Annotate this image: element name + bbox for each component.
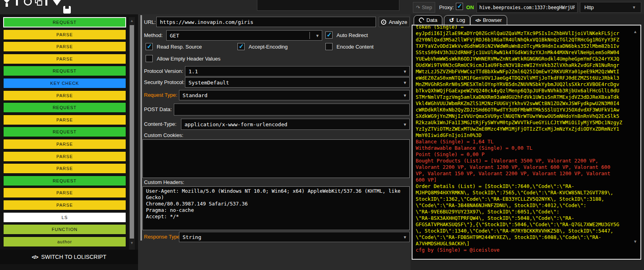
chevron-down-icon: ▼	[404, 80, 406, 85]
stacker-block[interactable]: PARSE	[3, 139, 126, 149]
custom-cookies-textarea[interactable]	[142, 139, 410, 178]
accept-encoding-label: Accept-Encoding	[249, 44, 288, 50]
tab-data[interactable]: Data	[414, 15, 442, 25]
scroll-down-icon[interactable]: ▼	[129, 241, 135, 245]
scroll-down-icon[interactable]: ▼	[633, 239, 637, 244]
url-input[interactable]	[156, 17, 376, 27]
stacker-block[interactable]: KEY CHECK	[3, 78, 126, 88]
security-protocol-label: Security Protocol:	[144, 79, 185, 85]
log-line: bTkvQXhWQjFGaExpeWZVQ240ck4yQzlMenp6Q3pJ…	[416, 88, 640, 94]
step-button[interactable]: ↷ Step	[413, 2, 435, 13]
proxy-checkbox[interactable]	[456, 3, 463, 10]
method-dropdown[interactable]: GET ▼	[166, 30, 322, 41]
log-line: MnZMVGhRSnRrN0s5ME5XTmlOYnpYRVB5dnZNUVNS…	[416, 81, 640, 88]
log-line: TXFYaVZvODd1WkVvdGdhWG9iN2VWdWRuWnBzOTcy…	[416, 43, 640, 49]
stacker-block[interactable]: PARSE	[3, 90, 126, 101]
custom-headers-textarea[interactable]: User-Agent: Mozilla/5.0 (Windows NT 10.0…	[142, 186, 410, 230]
filter-icon[interactable]	[2, 0, 11, 7]
allow-empty-header-checkbox[interactable]	[146, 55, 153, 62]
log-line: 600 VP]	[416, 177, 640, 183]
protocol-version-label: Protocol Version:	[144, 68, 183, 74]
stacker-block[interactable]: PARSE	[3, 115, 126, 125]
encode-content-checkbox[interactable]	[325, 43, 333, 50]
app-window: ↷ Step Proxy: ON Http ▼ REQUESTPARSEPARS…	[0, 0, 644, 270]
post-data-input[interactable]	[174, 104, 410, 115]
log-line: MmY0IiwidGFnIjoiIn0%3D	[416, 132, 640, 139]
log-line: token (Single) =	[416, 25, 640, 30]
tab-log[interactable]: ↺ Log	[444, 15, 470, 25]
log-line: eWdEZ0ZaS0xmNTQ1M1FGenVOV1JaeGg4TDQ2VlVM…	[416, 75, 640, 81]
save-icon[interactable]	[63, 6, 71, 14]
stacker-block[interactable]: REQUEST	[3, 102, 126, 113]
auto-redirect-checkbox[interactable]	[325, 31, 333, 39]
request-type-label: Request Type:	[144, 92, 177, 98]
encode-content-label: Encode Content	[337, 44, 374, 50]
data-log-view: token (Single) =eyJpdiI6IjZlaE9KaDYrQ0ZG…	[412, 25, 641, 260]
security-protocol-dropdown[interactable]: SystemDefault ▼	[185, 77, 410, 88]
stacker-block[interactable]: REQUEST	[3, 127, 126, 137]
proxy-on-badge: ON	[466, 4, 474, 10]
stacker-block[interactable]: PARSE	[3, 29, 126, 40]
stacker-block[interactable]: PARSE	[3, 151, 126, 162]
content-type-dropdown[interactable]: application/x-www-form-urlencoded ▼	[181, 119, 410, 130]
chevron-down-icon: ▼	[404, 235, 406, 239]
stacker-block[interactable]: PARSE	[3, 41, 126, 52]
log-line: \"RA-9VE6BU29YUY23X97\, StockID\":6051,\…	[416, 209, 640, 215]
log-line: Withdrawable Balance (Single) = 0,00 TL	[416, 145, 640, 151]
read-resp-source-checkbox[interactable]	[146, 43, 153, 50]
log-line: MJHPQ8M94HXYRMKN\, StockID\":7565,\"Code…	[416, 190, 640, 196]
stacker-scrollbar[interactable]: ▲ ▼	[129, 17, 135, 261]
options-scrollbar[interactable]	[140, 15, 142, 241]
log-line: \"Code\":\"RA-FDB5HT9M244WYXEZ\, StockID…	[416, 234, 640, 241]
request-type-dropdown[interactable]: Standard ▼	[179, 90, 410, 100]
scroll-up-icon[interactable]: ▲	[633, 29, 637, 34]
scroll-up-icon[interactable]: ▲	[129, 19, 135, 23]
log-line: cfg by (Single) = @iceislove	[416, 247, 640, 253]
stacker-block[interactable]: PARSE	[3, 54, 126, 64]
copy-icon[interactable]	[35, 0, 43, 6]
request-options-panel: URL: Analyze Method: GET ▼ Auto Redirect…	[138, 14, 411, 270]
tool-icon[interactable]	[16, 0, 18, 6]
toolbar: ↷ Step Proxy: ON Http ▼	[0, 0, 644, 14]
stacker-block[interactable]: PARSE	[3, 163, 126, 174]
toolbar-input[interactable]	[257, 0, 399, 11]
stacker-block[interactable]: LS	[3, 212, 126, 223]
read-resp-source-label: Read Resp. Source	[157, 44, 202, 50]
stacker-block[interactable]: REQUEST	[3, 176, 126, 186]
stacker-block[interactable]: author	[3, 237, 126, 247]
download-icon[interactable]	[53, 0, 61, 6]
paste-icon[interactable]	[45, 0, 47, 6]
log-line: STMrNmlVTzgzVmg5amlXaDNXRm93aWdGU2hFdVk1…	[416, 94, 640, 100]
chevron-down-icon: ▼	[404, 93, 406, 98]
switch-to-loliscript-button[interactable]: </> SWITCH TO LOLISCRIPT	[0, 250, 138, 264]
proxy-type-dropdown[interactable]: Http ▼	[580, 2, 641, 13]
analyze-icon	[381, 20, 386, 25]
accept-encoding-checkbox[interactable]	[237, 43, 245, 50]
stacker-block[interactable]: PARSE	[3, 200, 126, 210]
history-icon: ↺	[449, 17, 454, 24]
stacker-block[interactable]: REQUEST	[3, 66, 126, 76]
log-line: YzIyZTViOTMzZWExMTUwZmE0Mzc4YWM1MjFjOTIz…	[416, 126, 640, 132]
log-line: GFGSATVPHAKSUQSF\"},{\"StockID\":5046,\"…	[416, 221, 640, 228]
chevron-down-icon: ▼	[316, 33, 319, 38]
clock-icon[interactable]	[24, 0, 32, 6]
protocol-version-dropdown[interactable]: 1.1 ▼	[185, 66, 410, 76]
debugger-panel: Data ↺ Log </> Browser token (Single) =e…	[411, 14, 644, 270]
scrollbar-thumb[interactable]	[130, 25, 134, 239]
tab-browser[interactable]: </> Browser	[470, 15, 507, 25]
custom-cookies-label: Custom Cookies:	[144, 132, 183, 138]
log-line: \, StockID\":1340,\"Code\":\"RA-M7RYBCKK…	[416, 228, 640, 234]
log-line: SStsS094V3h3U2dRNHFjc1UxUlRwN1k4TGdkWi9z…	[416, 49, 640, 56]
analyze-button[interactable]: Analyze	[379, 17, 410, 27]
log-line: OUdXWi9TV0N3cGRmUC9icmJ1aU9FbzN3V1BzeWI2…	[416, 62, 640, 68]
code-icon: </>	[32, 254, 38, 260]
stacker-block[interactable]: FUNCTION	[3, 224, 126, 235]
log-line: \"RA-8SX3AXHHQTPRFQW4\, StockID\":5048,\…	[416, 215, 640, 221]
proxy-input[interactable]	[477, 2, 578, 13]
stacker-block[interactable]: REQUEST	[3, 17, 126, 27]
chevron-down-icon: ▼	[632, 5, 636, 10]
stacker-block[interactable]: PARSE	[3, 188, 126, 198]
log-line: eyJpdiI6IjZlaE9KaDYrQ0ZGcHlQaUZQaVMzTXc9…	[416, 30, 640, 37]
response-type-dropdown[interactable]: String ▼	[179, 232, 410, 242]
log-line: YUEwbVhmWW5sWkR6ODJYWHNERVMwZnNtaWtkRGNG…	[416, 56, 640, 62]
